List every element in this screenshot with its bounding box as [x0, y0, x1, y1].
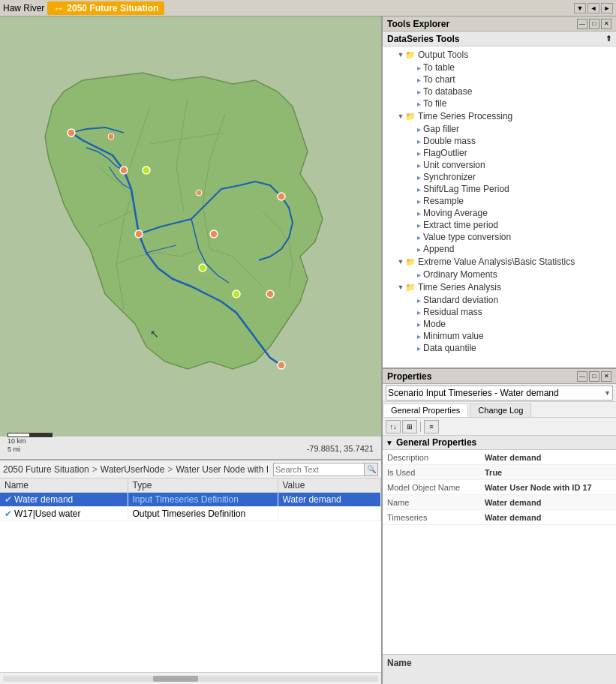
props-controls: — □ ✕ — [577, 371, 611, 382]
tools-close-btn[interactable]: ✕ — [601, 19, 611, 29]
tree-item[interactable]: ▸ Shift/Lag Time Period — [383, 183, 616, 195]
props-close-btn[interactable]: ✕ — [601, 371, 611, 382]
tools-restore-btn[interactable]: □ — [589, 19, 599, 29]
table-row[interactable]: ✔W17|Used waterOutput Timeseries Definit… — [0, 507, 381, 521]
tree-item-label: Standard deviation — [423, 295, 498, 305]
tree-item-label: Data quantile — [423, 343, 476, 353]
tree-item[interactable]: ▸ Minimum value — [383, 330, 616, 342]
props-section-title: General Properties — [396, 437, 476, 448]
tree-item-label: To chart — [423, 74, 455, 85]
tree-item[interactable]: ▸ To table — [383, 62, 616, 74]
svg-point-3 — [135, 230, 143, 238]
props-header: Properties — □ ✕ — [383, 369, 616, 384]
tree-item-label: Residual mass — [423, 307, 482, 317]
main-layout: 10 km 5 mi -79.8851, 35.7421 ↖ 2050 Futu… — [0, 16, 616, 684]
props-val: True — [480, 466, 616, 478]
svg-point-9 — [199, 264, 206, 272]
svg-point-6 — [266, 290, 274, 298]
search-box[interactable]: 🔍 — [273, 463, 378, 476]
svg-point-12 — [196, 190, 202, 196]
tree-container[interactable]: ▼ 📁 Output Tools ▸ To table ▸ To chart ▸… — [383, 46, 616, 368]
breadcrumb-part3[interactable]: Water User Node with I — [176, 464, 269, 475]
svg-point-11 — [108, 134, 114, 140]
tree-item[interactable]: ▸ Ordinary Moments — [383, 268, 616, 280]
tree-item-label: Value type conversion — [423, 232, 511, 242]
tree-item[interactable]: ▸ Data quantile — [383, 342, 616, 354]
col-type[interactable]: Type — [128, 478, 278, 493]
props-key: Description — [383, 452, 480, 464]
cell-name: ✔W17|Used water — [0, 507, 128, 521]
props-restore-btn[interactable]: □ — [589, 371, 599, 382]
tree-group[interactable]: ▼ 📁 Time Series Processing — [383, 110, 616, 123]
cell-value — [278, 507, 381, 521]
svg-point-1 — [68, 129, 75, 136]
tree-item[interactable]: ▸ Append — [383, 243, 616, 255]
tree-item[interactable]: ▸ To chart — [383, 74, 616, 86]
col-value[interactable]: Value — [278, 478, 381, 493]
scale-km: 10 km — [8, 437, 26, 445]
table-row[interactable]: ✔Water demandInput Timeseries Definition… — [0, 493, 381, 507]
table-container[interactable]: Name Type Value ✔Water demandInput Times… — [0, 478, 381, 672]
col-name[interactable]: Name — [0, 478, 128, 493]
props-dropdown[interactable]: Scenario Input Timeseries - Water demand… — [386, 386, 613, 400]
tree-item[interactable]: ▸ Moving Average — [383, 207, 616, 219]
breadcrumb-sep1: > — [92, 464, 98, 475]
tree-item[interactable]: ▸ To file — [383, 98, 616, 110]
tree-item[interactable]: ▸ Extract time period — [383, 219, 616, 231]
svg-point-5 — [278, 193, 285, 200]
left-panel: 10 km 5 mi -79.8851, 35.7421 ↖ 2050 Futu… — [0, 16, 383, 684]
prev-btn[interactable]: ◄ — [587, 3, 599, 14]
tree-item[interactable]: ▸ FlagOutlier — [383, 147, 616, 159]
dropdown-arrow-icon: ▼ — [604, 389, 611, 397]
dataseries-collapse-btn[interactable]: ⇑ — [605, 34, 611, 43]
props-grid-btn[interactable]: ⊞ — [402, 420, 417, 434]
props-content[interactable]: ▼ General Properties Description Water d… — [383, 436, 616, 654]
tree-item-label: Unit conversion — [423, 160, 485, 170]
search-input[interactable] — [274, 464, 364, 476]
tools-explorer-title: Tools Explorer — [387, 19, 449, 29]
tree-group[interactable]: ▼ 📁 Time Series Analysis — [383, 280, 616, 294]
scale-bar: 10 km 5 mi — [8, 433, 53, 453]
tree-group[interactable]: ▼ 📁 Extreme Value Analysis\Basic Statist… — [383, 255, 616, 268]
props-list-btn[interactable]: ≡ — [424, 420, 439, 434]
tree-item-label: Double mass — [423, 136, 476, 146]
hscroll-thumb[interactable] — [153, 676, 198, 682]
tools-explorer: Tools Explorer — □ ✕ DataSeries Tools ⇑ … — [383, 16, 616, 369]
props-minimize-btn[interactable]: — — [577, 371, 587, 382]
tree-item[interactable]: ▸ To database — [383, 86, 616, 98]
props-toolbar: ↑↓ ⊞ ≡ — [383, 418, 616, 436]
tab-change-log[interactable]: Change Log — [470, 404, 531, 417]
next-btn[interactable]: ► — [601, 3, 613, 14]
tree-item[interactable]: ▸ Standard deviation — [383, 294, 616, 306]
map-area[interactable]: 10 km 5 mi -79.8851, 35.7421 ↖ — [0, 16, 381, 459]
bottom-area: 2050 Future Situation > WaterUserNode > … — [0, 459, 381, 684]
section-toggle-icon[interactable]: ▼ — [386, 439, 393, 447]
tree-item[interactable]: ▸ Synchronizer — [383, 171, 616, 183]
props-row: Name Water demand — [383, 495, 616, 510]
tree-item[interactable]: ▸ Residual mass — [383, 306, 616, 318]
tree-item[interactable]: ▸ Double mass — [383, 135, 616, 147]
tree-item[interactable]: ▸ Gap filler — [383, 123, 616, 135]
breadcrumb-part2[interactable]: WaterUserNode — [101, 464, 165, 475]
tree-item[interactable]: ▸ Mode — [383, 318, 616, 330]
tree-item[interactable]: ▸ Resample — [383, 195, 616, 207]
tree-group-label: Time Series Analysis — [418, 282, 501, 292]
props-bottom: Name — [383, 654, 616, 684]
tab-general-properties[interactable]: General Properties — [383, 404, 468, 417]
dataseries-header: DataSeries Tools ⇑ — [383, 32, 616, 46]
tools-minimize-btn[interactable]: — — [577, 19, 587, 29]
tree-group-label: Time Series Processing — [418, 111, 512, 122]
search-button[interactable]: 🔍 — [364, 464, 377, 476]
props-dropdown-row: Scenario Input Timeseries - Water demand… — [383, 384, 616, 402]
tree-item[interactable]: ▸ Unit conversion — [383, 159, 616, 171]
dropdown-btn[interactable]: ▼ — [574, 3, 586, 14]
props-sort-btn[interactable]: ↑↓ — [386, 420, 401, 434]
tree-group[interactable]: ▼ 📁 Output Tools — [383, 48, 616, 62]
svg-point-7 — [278, 362, 285, 369]
cell-value: Water demand — [278, 493, 381, 507]
tree-item[interactable]: ▸ Value type conversion — [383, 231, 616, 243]
hscroll[interactable] — [0, 672, 381, 684]
right-panel: Tools Explorer — □ ✕ DataSeries Tools ⇑ … — [383, 16, 616, 684]
breadcrumb-part1[interactable]: 2050 Future Situation — [3, 464, 89, 475]
cell-type: Output Timeseries Definition — [128, 507, 278, 521]
